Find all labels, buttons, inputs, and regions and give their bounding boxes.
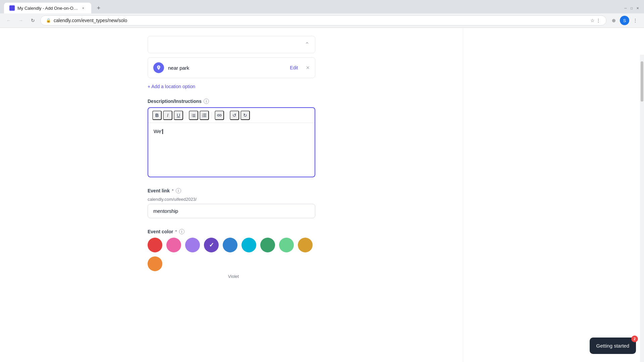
address-bar[interactable]: 🔒 calendly.com/event_types/new/solo ☆ ⋮ (40, 15, 606, 25)
refresh-button[interactable]: ↻ (28, 16, 38, 25)
event-color-label: Event color * i (148, 229, 315, 234)
scrollbar-track[interactable] (640, 55, 644, 362)
color-swatch-cyan[interactable] (241, 238, 256, 252)
extensions-button[interactable]: ⊕ (609, 16, 619, 25)
forward-button[interactable]: → (16, 16, 25, 25)
address-bar-actions: ☆ ⋮ (590, 18, 601, 23)
tab-title: My Calendly - Add One-on-One (17, 6, 78, 11)
color-swatch-lime[interactable] (279, 238, 294, 252)
back-button[interactable]: ← (4, 16, 13, 25)
collapse-icon[interactable]: ⌃ (305, 41, 310, 48)
new-tab-button[interactable]: + (94, 3, 103, 13)
color-swatch-yellow[interactable] (298, 238, 313, 252)
event-link-input[interactable] (148, 204, 315, 218)
profile-avatar[interactable]: S (620, 16, 629, 25)
selected-color-name: Violet (152, 274, 315, 279)
add-location-button[interactable]: + Add a location option (148, 84, 195, 89)
getting-started-toast[interactable]: Getting started 2 (590, 338, 636, 354)
url-text: calendly.com/event_types/new/solo (54, 18, 588, 23)
tab-close-button[interactable]: × (80, 5, 86, 11)
toast-badge: 2 (631, 336, 638, 342)
window-maximize-button[interactable]: □ (629, 6, 634, 10)
toolbar-undo-button[interactable]: ↺ (230, 111, 239, 120)
editor-toolbar: B I U (148, 108, 315, 123)
selected-checkmark: ✓ (209, 241, 214, 249)
scrollbar-thumb[interactable] (641, 61, 643, 102)
event-color-section: Event color * i ✓ (148, 229, 315, 279)
color-swatches-container: ✓ (148, 238, 315, 271)
toolbar-underline-button[interactable]: U (174, 111, 183, 120)
color-swatch-pink[interactable] (166, 238, 181, 252)
location-remove-button[interactable]: × (306, 65, 310, 71)
toolbar-redo-button[interactable]: ↻ (240, 111, 250, 120)
location-card: near park Edit × (148, 57, 315, 78)
toolbar-link-button[interactable] (215, 111, 224, 120)
toolbar-divider-1 (186, 112, 186, 119)
profile-button[interactable]: S (620, 16, 629, 25)
color-swatch-purple[interactable] (185, 238, 200, 252)
location-name-text: near park (168, 65, 286, 71)
color-swatch-blue[interactable] (223, 238, 237, 252)
toolbar-divider-2 (212, 112, 212, 119)
toast-label: Getting started (596, 343, 629, 349)
window-minimize-button[interactable]: ─ (623, 6, 628, 10)
description-editor[interactable]: B I U (148, 107, 315, 177)
window-close-button[interactable]: ✕ (635, 6, 640, 10)
browser-tab[interactable]: My Calendly - Add One-on-One × (4, 3, 91, 13)
security-lock-icon: 🔒 (46, 18, 51, 23)
color-swatch-orange[interactable] (148, 256, 162, 271)
event-link-label: Event link * i (148, 188, 315, 193)
text-cursor (162, 129, 163, 134)
event-link-prefix-text: calendly.com/uifeed2023/ (148, 197, 315, 202)
browser-menu-button[interactable]: ⋮ (631, 16, 640, 25)
toolbar-bullet-list-button[interactable] (189, 111, 198, 120)
color-swatch-violet[interactable]: ✓ (204, 238, 219, 252)
collapsed-card: ⌃ (148, 36, 315, 53)
toolbar-bold-button[interactable]: B (152, 111, 162, 120)
description-editor-body[interactable]: We' (148, 123, 315, 177)
event-link-info-icon[interactable]: i (176, 188, 181, 193)
event-color-info-icon[interactable]: i (179, 229, 184, 234)
description-section-label: Description/Instructions i (148, 99, 315, 104)
toolbar-divider-3 (227, 112, 227, 119)
location-edit-button[interactable]: Edit (290, 65, 298, 70)
browser-action-buttons: ⊕ S ⋮ (609, 16, 640, 25)
tab-favicon (9, 5, 15, 11)
toolbar-ordered-list-button[interactable] (200, 111, 209, 120)
location-icon (153, 62, 164, 73)
event-link-section: Event link * i calendly.com/uifeed2023/ (148, 188, 315, 218)
color-swatch-green[interactable] (260, 238, 275, 252)
color-swatch-red[interactable] (148, 238, 162, 252)
toolbar-italic-button[interactable]: I (163, 111, 172, 120)
description-info-icon[interactable]: i (204, 99, 209, 104)
